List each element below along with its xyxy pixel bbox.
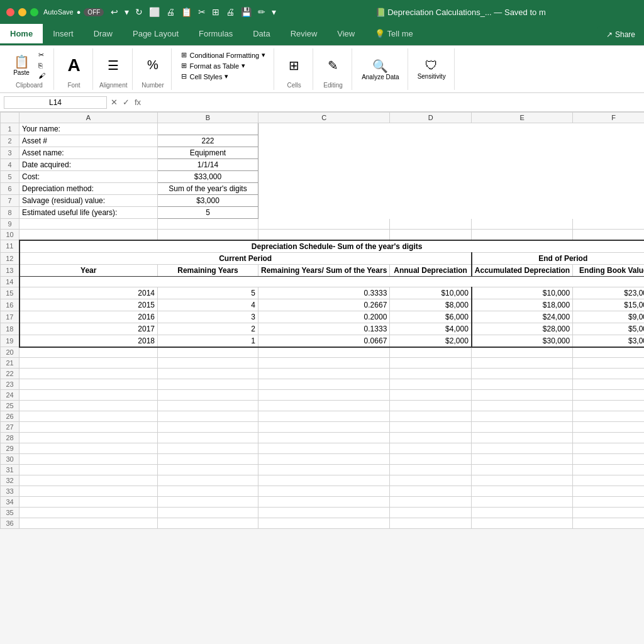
cell[interactable] (258, 475, 390, 486)
cell[interactable]: 0.3333 (258, 287, 390, 299)
cell[interactable] (472, 207, 573, 219)
cell[interactable] (19, 411, 158, 422)
cell-styles-dropdown[interactable]: ▾ (225, 72, 228, 80)
cell[interactable] (258, 147, 390, 159)
cell[interactable] (19, 443, 158, 454)
row-header-16[interactable]: 16 (1, 299, 19, 311)
cell[interactable] (472, 183, 573, 195)
cell[interactable] (573, 475, 644, 486)
cell[interactable] (390, 411, 472, 422)
cell[interactable]: Date acquired: (19, 159, 158, 171)
cell[interactable] (472, 358, 573, 369)
cell[interactable] (258, 518, 390, 529)
row-header-19[interactable]: 19 (1, 335, 19, 347)
cell[interactable] (472, 401, 573, 411)
cell[interactable]: $24,000 (472, 311, 573, 323)
cell[interactable]: $28,000 (472, 323, 573, 335)
undo-dropdown-icon[interactable]: ▾ (123, 6, 131, 18)
cell[interactable] (19, 379, 158, 390)
cell[interactable] (573, 454, 644, 465)
row-header-17[interactable]: 17 (1, 311, 19, 323)
tab-view[interactable]: View (327, 24, 365, 45)
cell[interactable] (158, 518, 258, 529)
cell[interactable] (573, 347, 644, 358)
cell[interactable] (258, 207, 390, 219)
cell[interactable] (258, 433, 390, 443)
cell[interactable] (390, 195, 472, 207)
cell[interactable] (390, 475, 472, 486)
cell[interactable] (158, 347, 258, 358)
cell[interactable] (158, 379, 258, 390)
cell[interactable] (573, 358, 644, 369)
cell[interactable] (158, 369, 258, 379)
col-header-A[interactable]: A (19, 113, 158, 123)
cell[interactable] (258, 454, 390, 465)
cell[interactable] (390, 159, 472, 171)
cell[interactable]: $33,000 (158, 171, 258, 183)
tab-formulas[interactable]: Formulas (189, 24, 243, 45)
cell[interactable] (472, 390, 573, 401)
cell[interactable] (472, 465, 573, 475)
row-header-34[interactable]: 34 (1, 497, 19, 508)
cell[interactable]: $10,000 (390, 287, 472, 299)
font-button[interactable]: A (63, 53, 86, 77)
cell[interactable] (573, 135, 644, 147)
cell[interactable] (573, 411, 644, 422)
cell[interactable]: Annual Depreciation (390, 264, 472, 276)
cell[interactable] (258, 347, 390, 358)
cell[interactable]: 0.2667 (258, 299, 390, 311)
cell-styles-button[interactable]: ⊟ Cell Styles ▾ (178, 71, 269, 82)
cell[interactable] (258, 159, 390, 171)
col-header-B[interactable]: B (158, 113, 258, 123)
tab-draw[interactable]: Draw (84, 24, 123, 45)
cell[interactable]: $8,000 (390, 299, 472, 311)
cell[interactable] (390, 123, 472, 135)
row-header-36[interactable]: 36 (1, 518, 19, 529)
share-button[interactable]: ↗ Share (597, 26, 644, 43)
cell[interactable]: Year (19, 264, 158, 276)
cell[interactable]: $10,000 (472, 287, 573, 299)
cell[interactable]: Remaining Years/ Sum of the Years (258, 264, 390, 276)
cell[interactable] (158, 486, 258, 497)
copy-button[interactable]: ⎘ (35, 60, 48, 70)
cell[interactable] (258, 508, 390, 518)
cell[interactable] (158, 475, 258, 486)
fx-icon[interactable]: fx (135, 97, 141, 107)
cell[interactable]: 2015 (19, 299, 158, 311)
tab-insert[interactable]: Insert (43, 24, 84, 45)
cell[interactable] (19, 369, 158, 379)
cell[interactable] (158, 230, 258, 240)
cell[interactable] (472, 433, 573, 443)
dropdown-icon[interactable]: ▾ (270, 6, 278, 18)
cond-format-dropdown[interactable]: ▾ (262, 51, 265, 59)
cell[interactable] (258, 369, 390, 379)
cell[interactable] (472, 369, 573, 379)
cell[interactable] (258, 123, 390, 135)
cell[interactable] (19, 454, 158, 465)
cell[interactable] (158, 219, 258, 230)
cell[interactable]: Asset # (19, 135, 158, 147)
cell[interactable]: 1/1/14 (158, 159, 258, 171)
cell[interactable]: 2017 (19, 323, 158, 335)
cell[interactable]: 5 (158, 207, 258, 219)
cell[interactable]: End of Period (472, 252, 644, 264)
col-header-E[interactable]: E (472, 113, 573, 123)
cell[interactable]: Depreciation Schedule- Sum of the year's… (19, 240, 645, 253)
cell[interactable] (19, 390, 158, 401)
row-header-11[interactable]: 11 (1, 240, 19, 253)
cell[interactable] (258, 497, 390, 508)
print-icon[interactable]: 🖨 (164, 6, 177, 18)
cell[interactable]: Asset name: (19, 147, 158, 159)
cell[interactable]: 1 (158, 335, 258, 347)
cell[interactable] (390, 207, 472, 219)
cell[interactable] (390, 171, 472, 183)
cell[interactable] (573, 183, 644, 195)
cell[interactable] (19, 276, 645, 287)
print2-icon[interactable]: 🖨 (224, 6, 236, 18)
cell[interactable] (19, 358, 158, 369)
cell[interactable] (573, 123, 644, 135)
cell[interactable] (573, 195, 644, 207)
cell[interactable] (19, 497, 158, 508)
row-header-24[interactable]: 24 (1, 390, 19, 401)
row-header-25[interactable]: 25 (1, 401, 19, 411)
